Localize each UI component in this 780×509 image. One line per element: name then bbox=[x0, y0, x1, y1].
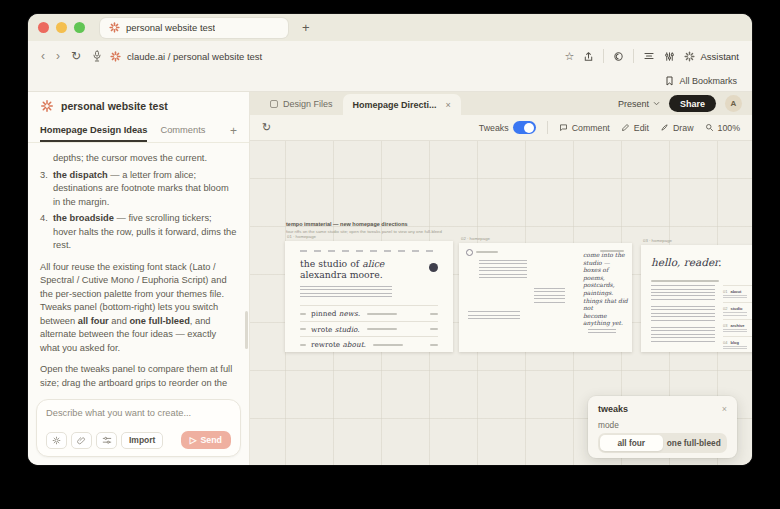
avatar[interactable]: A bbox=[725, 95, 742, 112]
sidebar-tabs: Homepage Design Ideas Comments + bbox=[28, 119, 249, 143]
mic-icon[interactable] bbox=[92, 50, 102, 62]
tab-comments[interactable]: Comments bbox=[160, 119, 205, 142]
letter-body-greeked bbox=[651, 285, 715, 348]
tweaks-toggle[interactable] bbox=[513, 121, 536, 134]
close-icon[interactable]: × bbox=[722, 404, 727, 414]
all-bookmarks-button[interactable]: All Bookmarks bbox=[679, 76, 737, 86]
send-icon: ▷ bbox=[190, 435, 197, 445]
canvas-reload-icon[interactable]: ↻ bbox=[262, 121, 271, 134]
tune-icon[interactable] bbox=[664, 51, 675, 62]
bookmark-star-icon[interactable]: ☆ bbox=[565, 50, 575, 63]
artboard-ledger[interactable]: come into the studio —boxes of poems,pos… bbox=[459, 243, 632, 352]
chat-block: depths; the cursor moves the current. bbox=[53, 152, 237, 166]
chat-transcript: depths; the cursor moves the current.3.t… bbox=[28, 143, 249, 393]
paragraph-greeked bbox=[534, 288, 565, 305]
settings-gear-button[interactable] bbox=[46, 432, 67, 449]
artboard-atelier[interactable]: the studio of alice alexandra moore. pin… bbox=[285, 241, 453, 352]
toolbar-divider bbox=[633, 49, 634, 63]
nav-item: 01about bbox=[723, 285, 752, 302]
import-button[interactable]: Import bbox=[121, 432, 163, 449]
artboard-dispatch[interactable]: hello, reader. 01about02studio03archive0… bbox=[641, 245, 752, 352]
claude-favicon-icon bbox=[109, 22, 120, 33]
project-title: personal website test bbox=[61, 100, 168, 112]
project-header: personal website test bbox=[28, 92, 249, 119]
chat-block: All four reuse the existing font stack (… bbox=[40, 261, 237, 356]
close-tab-icon[interactable]: × bbox=[446, 100, 451, 110]
reading-list-icon[interactable] bbox=[643, 51, 655, 61]
assistant-label: Assistant bbox=[700, 51, 739, 62]
claude-logo-icon bbox=[40, 99, 54, 113]
nav-item: 04blog bbox=[723, 336, 752, 352]
forward-icon[interactable]: › bbox=[56, 49, 60, 63]
composer-input[interactable] bbox=[46, 408, 231, 418]
artboard-tag: 02 · homepage bbox=[461, 236, 490, 241]
file-icon bbox=[270, 100, 278, 108]
board-label: tempo immaterial — new homepage directio… bbox=[286, 221, 586, 234]
list-item: pinned news. bbox=[300, 305, 438, 321]
nav-item: 02studio bbox=[723, 302, 752, 319]
mini-nav bbox=[300, 250, 438, 252]
back-icon[interactable]: ‹ bbox=[41, 49, 45, 63]
assistant-button[interactable]: Assistant bbox=[684, 51, 739, 62]
draw-button[interactable]: Draw bbox=[660, 123, 694, 133]
tab-homepage-design-ideas[interactable]: Homepage Design Ideas bbox=[40, 119, 147, 142]
artboard-tag: 03 · homepage bbox=[643, 238, 672, 243]
subtitle-greeked bbox=[651, 280, 719, 282]
reload-icon[interactable]: ↻ bbox=[71, 49, 81, 63]
artboard-tag: 01 · homepage bbox=[287, 234, 316, 239]
tweaks-label: Tweaks bbox=[479, 123, 509, 133]
byline-greeked bbox=[476, 251, 498, 253]
claude-app: personal website test Homepage Design Id… bbox=[28, 92, 752, 465]
pen-icon bbox=[660, 123, 669, 132]
magnifier-icon bbox=[705, 123, 714, 132]
claude-assistant-icon bbox=[684, 51, 695, 62]
close-window-button[interactable] bbox=[38, 22, 49, 33]
toolbar-actions: ☆ Assistant bbox=[565, 49, 739, 63]
share-page-icon[interactable] bbox=[583, 51, 594, 62]
claude-favicon-icon bbox=[110, 51, 121, 62]
chat-scrollbar[interactable] bbox=[245, 311, 248, 349]
intro-text-greeked bbox=[300, 286, 392, 297]
pencil-icon bbox=[621, 123, 630, 132]
attachment-paperclip-button[interactable] bbox=[71, 432, 92, 449]
mode-segmented-control: all four one full-bleed bbox=[598, 433, 727, 453]
zoom-control[interactable]: 100% bbox=[705, 123, 741, 133]
canvas-toolbar: ↻ Tweaks Comment Edit bbox=[250, 115, 752, 141]
toolbar-divider bbox=[547, 121, 548, 134]
chat-blocks: depths; the cursor moves the current.3.t… bbox=[40, 152, 237, 393]
address-url: claude.ai / personal website test bbox=[127, 51, 262, 62]
comment-button[interactable]: Comment bbox=[559, 123, 610, 133]
mode-option-all-four[interactable]: all four bbox=[600, 435, 663, 451]
extension-icon[interactable] bbox=[613, 51, 624, 62]
address-bar[interactable]: claude.ai / personal website test bbox=[110, 51, 565, 62]
browser-tabstrip: personal website test + bbox=[28, 14, 752, 41]
browser-window: personal website test + ‹ › ↻ claude.ai … bbox=[28, 14, 752, 465]
bookmark-folder-icon bbox=[665, 76, 674, 86]
chat-block: Open the tweaks panel to compare them at… bbox=[40, 363, 237, 393]
bookmarks-bar: All Bookmarks bbox=[28, 71, 752, 92]
tweaks-title: tweaks bbox=[598, 404, 628, 414]
chat-block: 4.the broadside — five scrolling tickers… bbox=[40, 212, 237, 253]
artboard2-script: come into the studio —boxes of poems,pos… bbox=[583, 251, 629, 327]
share-button[interactable]: Share bbox=[669, 95, 716, 112]
minimize-window-button[interactable] bbox=[56, 22, 67, 33]
sliders-button[interactable] bbox=[96, 432, 117, 449]
send-button[interactable]: ▷ Send bbox=[181, 431, 231, 449]
chat-block: 3.the dispatch — a letter from alice; de… bbox=[40, 169, 237, 210]
browser-tab[interactable]: personal website test bbox=[100, 18, 288, 38]
paragraph-greeked bbox=[468, 311, 520, 321]
tab-homepage-directions[interactable]: Homepage Directi... × bbox=[343, 94, 461, 115]
canvas-surface[interactable]: tempo immaterial — new homepage directio… bbox=[250, 141, 752, 465]
present-dropdown[interactable]: Present bbox=[618, 99, 660, 109]
zoom-window-button[interactable] bbox=[74, 22, 85, 33]
canvas-panel: Design Files Homepage Directi... × Prese… bbox=[250, 92, 752, 465]
tab-design-files[interactable]: Design Files bbox=[260, 92, 343, 115]
canvas-tabbar: Design Files Homepage Directi... × Prese… bbox=[250, 92, 752, 115]
artboard1-heading: the studio of alice alexandra moore. bbox=[300, 259, 384, 280]
mode-label: mode bbox=[598, 420, 727, 430]
new-tab-button[interactable]: + bbox=[302, 20, 310, 35]
mode-option-one-full-bleed[interactable]: one full-bleed bbox=[663, 435, 726, 451]
add-tab-button[interactable]: + bbox=[230, 119, 237, 142]
caption-greeked bbox=[588, 329, 616, 335]
edit-button[interactable]: Edit bbox=[621, 123, 649, 133]
